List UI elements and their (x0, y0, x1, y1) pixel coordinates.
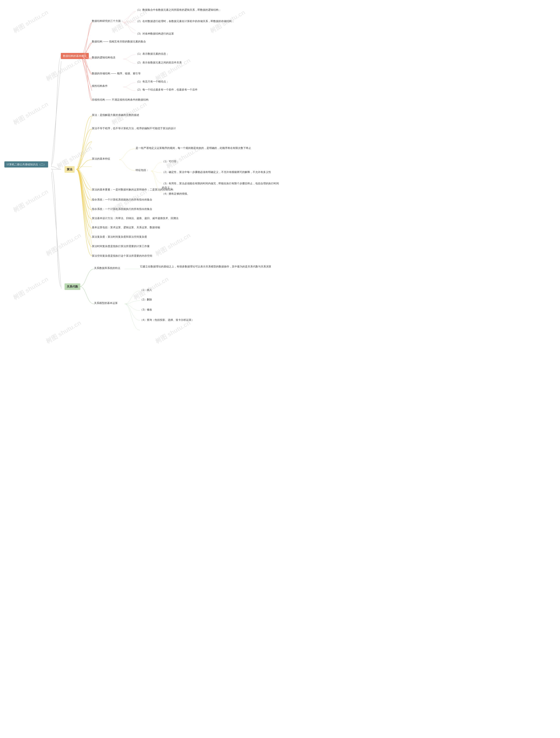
algo-feature-include: 特征包括： (135, 168, 149, 172)
algo-complexity: 算法复杂度：算法时间复杂度和算法空间复杂度 (92, 235, 147, 239)
svg-line-2 (51, 172, 61, 289)
algo-feature-include-child-4: （4）拥有足够的情报。 (162, 192, 190, 196)
ds-node: 数据结构 —— 指相互有关联的数据元素的集合 (92, 40, 146, 43)
svg-line-11 (122, 22, 135, 31)
svg-line-16 (78, 166, 92, 190)
svg-line-22 (78, 166, 92, 256)
svg-line-17 (78, 166, 92, 201)
algo-basic-ops: 基本运算包括：算术运算、逻辑运算、关系运算、数据传输 (92, 226, 160, 230)
algo-feature-include-child-2: （2）确定性，算法中每一步骤都必须有明确定义，不充许有模棱两可的解释，不允许有多… (162, 170, 271, 174)
svg-line-8 (82, 58, 92, 100)
algo-item-1: 算法：是指解题方案的准确而完整的描述 (92, 113, 139, 117)
ds-linear-node: 线性结构条件 (92, 84, 107, 88)
algo-feature-include-child-3: （3）有穷性，算法必须能在有限的时间内做完，即能在执行有限个步骤后终止，包括合理… (162, 181, 280, 190)
rel-model-child-3: （3）修改 (140, 308, 152, 312)
ds-research-child-2: （2）在对数据进行处理时，各数据元素在计算机中的存储关系，即数据的存储结构； (135, 19, 234, 23)
ds-logic-node: 数据的逻辑结构包含 (92, 56, 115, 59)
algo-feature-node: 算法的基本特征 (92, 157, 110, 161)
rdb-feature-node: 关系数据库系统的特点 (94, 266, 120, 270)
svg-line-9 (122, 11, 135, 22)
rel-model-child-2: （2）删除 (140, 298, 152, 302)
algorithm-node: 算法 (64, 166, 75, 173)
algo-basic-elem: 算法的基本要素：一是对数据对象的运算和操作；二是算法的控制结构 (92, 188, 173, 192)
rel-model-child-1: （1）插入 (140, 288, 152, 292)
svg-line-7 (82, 58, 92, 91)
svg-line-19 (78, 166, 92, 223)
svg-line-13 (78, 128, 92, 166)
algo-instruction-1: 指令系统：一个计算机系统能执行的所有指令的集合 (92, 198, 152, 202)
algo-feature-include-child-1: （1）可行性； (162, 159, 179, 163)
ds-research-node: 数据结构研究的三个方面： (92, 19, 123, 23)
algo-feature-child-1: 是一组严谨地定义运算顺序的规则，每一个规则都是有效的，是明确的，此顺序将在有限次… (135, 146, 251, 150)
center-node: 计算机二级公共基础知识点（二） (4, 161, 48, 167)
svg-line-12 (78, 116, 92, 166)
ds-research-child-1: （1）数据集合中各数据元素之间所固有的逻辑关系，即数据的逻辑结构； (135, 8, 221, 12)
svg-line-20 (78, 166, 92, 234)
ds-research-child-3: （3）对各种数据结构进行的运算 (135, 32, 174, 36)
algo-item-2: 算法不等于程序，也不等计算机方法，程序的编制不可能优于算法的设计 (92, 126, 176, 130)
relational-algebra-node: 关系代数 (64, 283, 80, 290)
algo-space-complexity: 算法空间复杂度是指执行这个算法所需要的内存空间 (92, 254, 152, 258)
svg-line-21 (78, 166, 92, 245)
svg-line-6 (82, 58, 92, 74)
svg-line-18 (78, 166, 92, 212)
ds-logic-child-1: （1）表示数据元素的信息； (135, 52, 169, 56)
svg-line-10 (122, 21, 135, 22)
ds-logic-child-2: （2）表示各数据元素之间的前后件关系 (135, 61, 182, 64)
rdb-feature-child: 它建立在数据理论的基础之上，有很多数据理论可以表示关系模型的数据操作，其中最为的… (140, 265, 271, 269)
ds-nonlinear-node: 非线性结构 —— 不满足线性结构条件的数据结构 (92, 98, 149, 102)
algo-instruction-2: 指令系统：一个计算机系统能执行的所有指令的集合 (92, 207, 152, 211)
data-structure-node: 数据结构的基本概念 (61, 53, 89, 59)
ds-linear-child-2: （2）每一个结点最多有一个前件，也最多有一个后件 (135, 88, 198, 92)
rel-model-child-4: （4）查询（包括投影、选择、笛卡尔积运算） (140, 318, 194, 322)
ds-linear-child-1: （1）有且只有一个根结点； (135, 80, 169, 83)
algo-design-method: 算法基本设计方法：列举法、归纳法、递推、递归、减半递推技术、回溯法 (92, 217, 179, 220)
algo-time-complexity: 算法时间复杂度是指执行算法所需要的计算工作量 (92, 245, 150, 248)
svg-line-3 (82, 22, 92, 58)
rel-model-node: 关系模型的基本运算 (94, 301, 118, 305)
ds-storage-node: 数据的存储结构 —— 顺序、链接、索引等 (92, 72, 141, 75)
svg-line-0 (51, 61, 61, 166)
svg-line-14 (78, 142, 92, 166)
